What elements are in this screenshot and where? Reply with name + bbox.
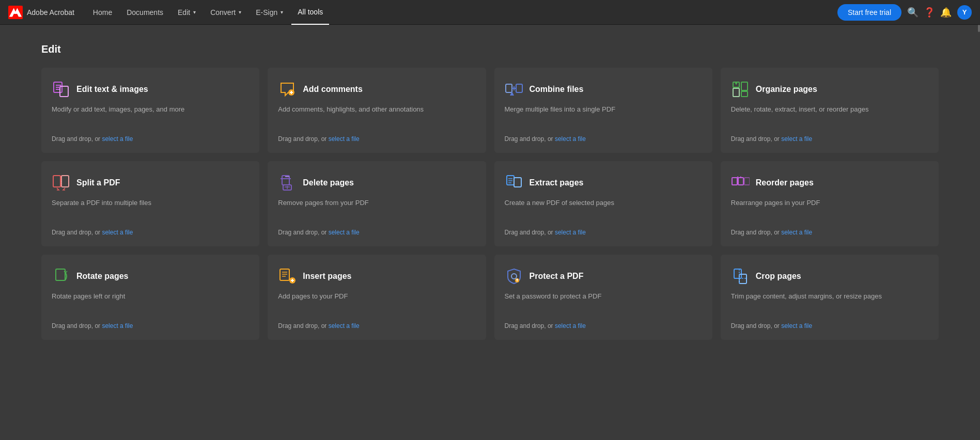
convert-chevron-icon: ▾: [239, 9, 241, 15]
esign-chevron-icon: ▾: [281, 9, 283, 15]
extract-pages-icon: [505, 174, 523, 192]
add-comments-icon: [278, 80, 297, 99]
card-split-pdf[interactable]: Split a PDF Separate a PDF into multiple…: [41, 161, 259, 246]
card-desc: Modify or add text, images, pages, and m…: [52, 105, 249, 127]
delete-pages-icon: [278, 174, 297, 192]
card-drop: Drag and drop, or select a file: [505, 322, 702, 329]
nav-links: Home Documents Edit ▾ Convert ▾ E-Sign ▾…: [87, 0, 837, 25]
card-desc: Rotate pages left or right: [52, 292, 249, 314]
card-header: Organize pages: [731, 80, 928, 99]
card-protect-pdf[interactable]: Protect a PDF Set a password to protect …: [494, 255, 712, 340]
card-header: Reorder pages: [731, 174, 928, 192]
insert-pages-icon: [278, 267, 297, 286]
main-content: Edit Edit text & images Modify or add te…: [0, 25, 980, 367]
card-delete-pages[interactable]: Delete pages Remove pages from your PDF …: [268, 161, 486, 246]
nav-home[interactable]: Home: [87, 0, 118, 25]
card-title: Split a PDF: [76, 178, 120, 187]
card-organize-pages[interactable]: Organize pages Delete, rotate, extract, …: [721, 68, 939, 153]
reorder-pages-icon: [731, 174, 750, 192]
svg-point-38: [511, 274, 517, 279]
nav-esign[interactable]: E-Sign ▾: [250, 0, 289, 25]
cards-row-3: Rotate pages Rotate pages left or right …: [41, 255, 939, 340]
adobe-icon: [8, 5, 23, 20]
card-header: Extract pages: [505, 174, 702, 192]
avatar[interactable]: Y: [957, 5, 972, 20]
notifications-icon[interactable]: 🔔: [941, 7, 951, 18]
select-file-link[interactable]: select a file: [102, 135, 133, 143]
card-edit-text-images[interactable]: Edit text & images Modify or add text, i…: [41, 68, 259, 153]
help-icon[interactable]: ❓: [924, 7, 935, 18]
card-desc: Add comments, highlights, and other anno…: [278, 105, 475, 127]
app-logo[interactable]: Adobe Acrobat: [8, 5, 74, 20]
card-title: Protect a PDF: [530, 272, 584, 281]
nav-edit[interactable]: Edit ▾: [172, 0, 202, 25]
svg-rect-30: [56, 269, 65, 280]
select-file-link[interactable]: select a file: [102, 229, 133, 236]
select-file-link[interactable]: select a file: [555, 135, 586, 143]
select-file-link[interactable]: select a file: [329, 322, 360, 329]
card-rotate-pages[interactable]: Rotate pages Rotate pages left or right …: [41, 255, 259, 340]
select-file-link[interactable]: select a file: [329, 135, 360, 143]
card-insert-pages[interactable]: Insert pages Add pages to your PDF Drag …: [268, 255, 486, 340]
svg-rect-28: [738, 178, 743, 185]
card-drop: Drag and drop, or select a file: [731, 229, 928, 236]
select-file-link[interactable]: select a file: [555, 229, 586, 236]
edit-chevron-icon: ▾: [193, 9, 196, 15]
svg-rect-31: [280, 269, 289, 280]
card-desc: Create a new PDF of selected pages: [505, 198, 702, 221]
start-trial-button[interactable]: Start free trial: [837, 4, 901, 21]
card-reorder-pages[interactable]: Reorder pages Rearrange pages in your PD…: [721, 161, 939, 246]
card-desc: Trim page content, adjust margins, or re…: [731, 292, 928, 314]
split-pdf-icon: [52, 174, 70, 192]
card-title: Crop pages: [756, 272, 801, 281]
combine-files-icon: [505, 80, 523, 99]
card-header: Combine files: [505, 80, 702, 99]
card-desc: Add pages to your PDF: [278, 292, 475, 314]
svg-rect-10: [516, 84, 522, 92]
svg-rect-16: [61, 176, 69, 187]
select-file-link[interactable]: select a file: [781, 322, 812, 329]
rotate-pages-icon: [52, 267, 70, 286]
card-title: Insert pages: [303, 272, 351, 281]
svg-rect-12: [741, 91, 748, 97]
select-file-link[interactable]: select a file: [555, 322, 586, 329]
svg-rect-14: [733, 88, 739, 97]
select-file-link[interactable]: select a file: [781, 135, 812, 143]
card-desc: Delete, rotate, extract, insert, or reor…: [731, 105, 928, 127]
nav-all-tools[interactable]: All tools: [291, 0, 329, 25]
nav-right: Start free trial 🔍 ❓ 🔔 Y: [837, 4, 972, 21]
card-drop: Drag and drop, or select a file: [52, 135, 249, 143]
card-drop: Drag and drop, or select a file: [278, 322, 475, 329]
card-title: Add comments: [303, 85, 363, 94]
card-header: Protect a PDF: [505, 267, 702, 286]
card-combine-files[interactable]: Combine files Merge multiple files into …: [494, 68, 712, 153]
svg-point-41: [516, 279, 518, 280]
card-desc: Rearrange pages in your PDF: [731, 198, 928, 221]
card-crop-pages[interactable]: Crop pages Trim page content, adjust mar…: [721, 255, 939, 340]
select-file-link[interactable]: select a file: [781, 229, 812, 236]
card-desc: Set a password to protect a PDF: [505, 292, 702, 314]
card-title: Combine files: [530, 85, 584, 94]
card-header: Split a PDF: [52, 174, 249, 192]
card-desc: Remove pages from your PDF: [278, 198, 475, 221]
edit-text-images-icon: [52, 80, 70, 99]
svg-rect-43: [739, 274, 746, 284]
scroll-indicator: [978, 25, 980, 32]
crop-pages-icon: [731, 267, 750, 286]
select-file-link[interactable]: select a file: [102, 322, 133, 329]
card-drop: Drag and drop, or select a file: [52, 322, 249, 329]
svg-rect-27: [732, 178, 737, 185]
card-add-comments[interactable]: Add comments Add comments, highlights, a…: [268, 68, 486, 153]
search-icon[interactable]: 🔍: [908, 7, 918, 18]
nav-convert[interactable]: Convert ▾: [204, 0, 247, 25]
card-desc: Separate a PDF into multiple files: [52, 198, 249, 221]
card-drop: Drag and drop, or select a file: [278, 135, 475, 143]
card-drop: Drag and drop, or select a file: [505, 229, 702, 236]
nav-documents[interactable]: Documents: [120, 0, 169, 25]
select-file-link[interactable]: select a file: [329, 229, 360, 236]
card-header: Insert pages: [278, 267, 475, 286]
card-title: Rotate pages: [76, 272, 128, 281]
card-header: Delete pages: [278, 174, 475, 192]
card-extract-pages[interactable]: Extract pages Create a new PDF of select…: [494, 161, 712, 246]
navbar: Adobe Acrobat Home Documents Edit ▾ Conv…: [0, 0, 980, 25]
